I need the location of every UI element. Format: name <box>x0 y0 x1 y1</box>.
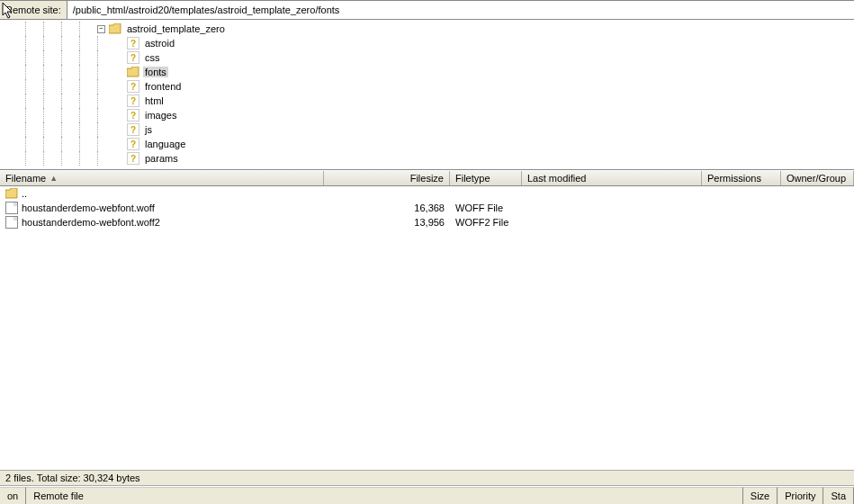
status-bar: 2 files. Total size: 30,324 bytes <box>0 470 854 486</box>
parent-dir-label: .. <box>22 188 27 199</box>
tree-label: astroid <box>143 38 176 49</box>
tree-item-astroid[interactable]: ?astroid <box>0 36 854 50</box>
column-filetype[interactable]: Filetype <box>450 171 522 185</box>
queue-col-status[interactable]: Sta <box>823 487 854 504</box>
queue-col-size[interactable]: Size <box>743 487 778 504</box>
tree-label: fonts <box>143 67 168 77</box>
tree-item-css[interactable]: ?css <box>0 50 854 65</box>
unknown-icon: ? <box>127 152 139 165</box>
column-filename[interactable]: Filename▲ <box>0 171 324 185</box>
tree-label: params <box>143 153 180 164</box>
column-last-modified[interactable]: Last modified <box>522 171 702 185</box>
file-list[interactable]: .. houstanderdemo-webfont.woff16,368WOFF… <box>0 186 854 470</box>
tree-item-images[interactable]: ?images <box>0 108 854 122</box>
folder-icon <box>109 23 121 34</box>
file-type: WOFF2 File <box>455 217 508 228</box>
remote-path-bar: Remote site: <box>0 0 854 20</box>
queue-col-direction[interactable]: on <box>0 487 26 504</box>
tree-label: language <box>143 139 187 149</box>
file-name: houstanderdemo-webfont.woff <box>22 202 155 213</box>
tree-label: js <box>143 124 154 135</box>
tree-item-frontend[interactable]: ?frontend <box>0 79 854 94</box>
collapse-icon[interactable]: − <box>97 25 105 33</box>
file-icon <box>5 202 18 214</box>
column-permissions[interactable]: Permissions <box>702 171 781 185</box>
remote-site-label: Remote site: <box>0 1 67 19</box>
remote-path-input[interactable] <box>67 1 854 19</box>
tree-item-js[interactable]: ?js <box>0 122 854 137</box>
unknown-icon: ? <box>127 94 139 107</box>
file-icon <box>5 216 18 229</box>
tree-label: frontend <box>143 81 183 92</box>
status-text: 2 files. Total size: 30,324 bytes <box>5 472 140 483</box>
tree-label: css <box>143 52 162 63</box>
file-row[interactable]: houstanderdemo-webfont.woff16,368WOFF Fi… <box>0 201 854 215</box>
queue-col-remote-file[interactable]: Remote file <box>26 487 743 504</box>
unknown-icon: ? <box>127 138 139 150</box>
file-type: WOFF File <box>455 202 503 213</box>
tree-item-html[interactable]: ?html <box>0 94 854 108</box>
unknown-icon: ? <box>127 123 139 136</box>
tree-item-params[interactable]: ?params <box>0 151 854 166</box>
unknown-icon: ? <box>127 37 139 50</box>
tree-item-fonts[interactable]: fonts <box>0 65 854 79</box>
folder-icon <box>127 67 139 77</box>
column-filesize[interactable]: Filesize <box>324 171 450 185</box>
tree-label: html <box>143 95 166 106</box>
tree-folder-root[interactable]: − astroid_template_zero <box>0 22 854 36</box>
file-size: 13,956 <box>414 217 445 228</box>
unknown-icon: ? <box>127 51 139 64</box>
file-row[interactable]: houstanderdemo-webfont.woff213,956WOFF2 … <box>0 215 854 230</box>
queue-col-priority[interactable]: Priority <box>778 487 823 504</box>
file-name: houstanderdemo-webfont.woff2 <box>22 217 160 228</box>
remote-tree[interactable]: − astroid_template_zero ?astroid?cssfont… <box>0 20 854 169</box>
file-list-header: Filename▲ Filesize Filetype Last modifie… <box>0 170 854 186</box>
file-size: 16,368 <box>414 202 445 213</box>
tree-item-language[interactable]: ?language <box>0 137 854 151</box>
unknown-icon: ? <box>127 80 139 93</box>
tree-label: astroid_template_zero <box>125 23 227 34</box>
tree-label: images <box>143 110 178 121</box>
folder-up-icon <box>5 188 18 199</box>
column-owner-group[interactable]: Owner/Group <box>781 171 854 185</box>
parent-dir-row[interactable]: .. <box>0 186 854 201</box>
queue-header: on Remote file Size Priority Sta <box>0 486 854 504</box>
sort-asc-icon: ▲ <box>49 174 58 183</box>
unknown-icon: ? <box>127 109 139 122</box>
